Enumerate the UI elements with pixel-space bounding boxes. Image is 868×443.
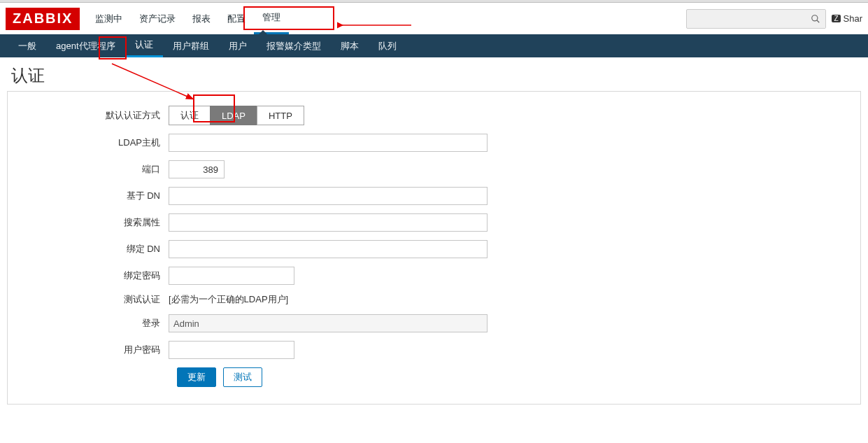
subnav-mediatypes[interactable]: 报警媒介类型	[257, 34, 331, 57]
subnav-general[interactable]: 一般	[8, 34, 46, 57]
subnav-auth[interactable]: 认证	[125, 34, 163, 57]
search-icon	[811, 14, 820, 24]
label-test-auth: 测试认证	[22, 293, 169, 306]
input-bind-pw[interactable]	[169, 267, 294, 285]
top-header: ZABBIX 监测中 资产记录 报表 配置 管理 Z Shar	[0, 3, 868, 34]
sub-nav: 一般 agent代理程序 认证 用户群组 用户 报警媒介类型 脚本 队列	[0, 34, 868, 57]
auth-method-segmented: 认证 LDAP HTTP	[169, 106, 304, 125]
input-port[interactable]	[169, 160, 225, 178]
label-user-pw: 用户密码	[22, 344, 169, 356]
seg-ldap[interactable]: LDAP	[210, 106, 257, 125]
input-base-dn[interactable]	[169, 187, 488, 205]
label-base-dn: 基于 DN	[22, 190, 169, 202]
z-badge-icon: Z	[832, 15, 840, 22]
subnav-queue[interactable]: 队列	[369, 34, 406, 57]
subnav-usergroups[interactable]: 用户群组	[163, 34, 219, 57]
label-ldap-host: LDAP主机	[22, 136, 169, 149]
seg-http[interactable]: HTTP	[257, 106, 304, 125]
input-ldap-host[interactable]	[169, 134, 488, 152]
input-search-attr[interactable]	[169, 213, 488, 232]
label-bind-dn: 绑定 DN	[22, 243, 169, 255]
subnav-proxies[interactable]: agent代理程序	[46, 34, 125, 57]
label-default-auth: 默认认证方式	[22, 109, 169, 122]
search-button[interactable]	[806, 10, 825, 28]
search-input[interactable]	[687, 10, 806, 27]
svg-point-0	[812, 15, 818, 20]
svg-line-1	[817, 20, 820, 22]
test-button[interactable]: 测试	[223, 367, 262, 387]
top-menu-monitoring[interactable]: 监测中	[87, 3, 131, 34]
label-login: 登录	[22, 317, 169, 330]
label-bind-pw: 绑定密码	[22, 269, 169, 282]
subnav-scripts[interactable]: 脚本	[331, 34, 369, 57]
test-auth-note: [必需为一个正确的LDAP用户]	[169, 293, 288, 306]
top-menu-config[interactable]: 配置	[219, 3, 254, 34]
input-user-pw[interactable]	[169, 341, 294, 359]
share-link[interactable]: Z Shar	[832, 13, 862, 24]
label-port: 端口	[22, 163, 169, 176]
subnav-users[interactable]: 用户	[219, 34, 257, 57]
update-button[interactable]: 更新	[177, 367, 216, 387]
brand-logo[interactable]: ZABBIX	[6, 8, 80, 30]
seg-internal[interactable]: 认证	[169, 106, 211, 125]
auth-form-panel: 默认认证方式 认证 LDAP HTTP LDAP主机 端口 基于 DN 搜索属性…	[7, 91, 861, 405]
input-login	[169, 314, 488, 332]
input-bind-dn[interactable]	[169, 240, 488, 258]
label-search-attr: 搜索属性	[22, 216, 169, 229]
page-title: 认证	[0, 57, 868, 91]
top-menu-reports[interactable]: 报表	[184, 3, 219, 34]
top-menu-inventory[interactable]: 资产记录	[131, 3, 184, 34]
share-label: Shar	[844, 13, 862, 24]
search-wrap	[686, 9, 826, 29]
